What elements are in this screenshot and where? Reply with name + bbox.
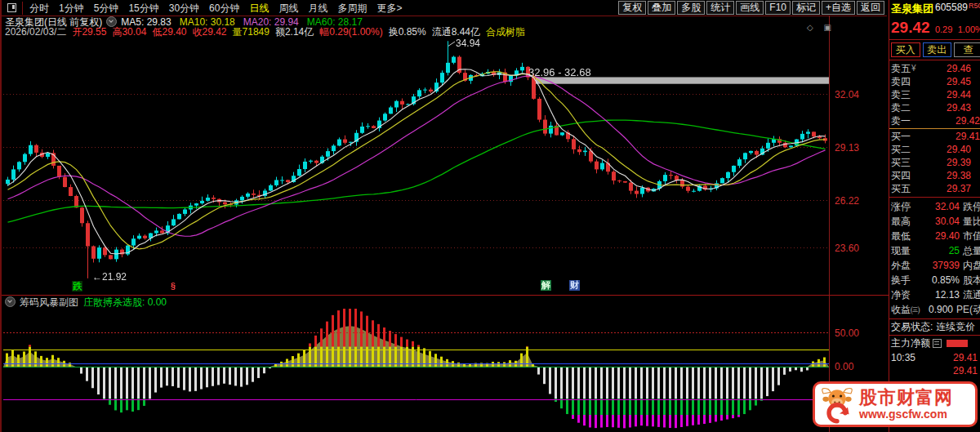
tab-多周期[interactable]: 多周期 — [332, 1, 372, 16]
stat-value: 0.900 — [920, 302, 953, 317]
trade-status-row: 交易状态: 连续竞价 — [889, 318, 980, 335]
stat-label-2: 股本 — [963, 273, 980, 287]
order-book-row[interactable]: 卖五¥29.46 — [889, 62, 980, 75]
stat-row: 现量25总量 — [889, 243, 980, 258]
order-book: 卖五¥29.46卖四29.45卖三29.44卖二29.43卖一29.42↓买一2… — [889, 60, 980, 197]
collapse-chevron-icon[interactable] — [5, 296, 16, 307]
price-change-pct: 1.00% — [958, 24, 980, 34]
toolbar-button-+自选[interactable]: +自选 — [822, 1, 855, 15]
order-book-row[interactable]: 买四29.38 — [889, 169, 980, 182]
trade-button-查[interactable]: 查 — [954, 42, 980, 57]
chart-pane-icons[interactable]: ◇ ▣ — [807, 23, 835, 32]
stat-label: 涨停 — [891, 199, 911, 214]
list-icon[interactable] — [933, 339, 942, 348]
last-price: 29.42 — [891, 19, 930, 36]
main-net-label: 主力净额 — [891, 336, 930, 351]
stat-value: 0.85% — [911, 273, 960, 287]
bar-info-field: 量71849 — [233, 26, 270, 38]
signal-marker-财: 财 — [569, 280, 580, 291]
tab-更多>[interactable]: 更多> — [372, 1, 407, 16]
pane-divider[interactable] — [2, 295, 889, 296]
margin-tag: R500 — [969, 2, 980, 10]
tab-15分钟[interactable]: 15分钟 — [123, 1, 163, 16]
resistance-zone-label: 32.96 - 32.68 — [528, 66, 591, 78]
book-level-label: 卖四 — [891, 75, 911, 88]
sub-indicator-chart[interactable] — [3, 309, 829, 431]
bar-info-field: 低29.40 — [152, 26, 186, 38]
toolbar-button-叠加[interactable]: 叠加 — [648, 1, 675, 15]
tab-日线[interactable]: 日线 — [244, 1, 274, 16]
toolbar-button-返回[interactable]: 返回 — [857, 1, 884, 15]
watermark-url: www.gscfw.com — [859, 408, 953, 421]
signal-marker-§: § — [170, 281, 176, 292]
order-book-row[interactable]: 卖四29.45 — [889, 75, 980, 88]
toolbar-button-画线[interactable]: 画线 — [736, 1, 764, 15]
stat-value: 12.13 — [911, 287, 960, 302]
stat-row: 涨停32.04跌停 — [889, 199, 980, 214]
main-candlestick-chart[interactable] — [3, 38, 829, 295]
book-level-label: 买四 — [891, 169, 911, 182]
tab-30分钟[interactable]: 30分钟 — [164, 1, 204, 16]
order-book-row[interactable]: 卖一29.42↓ — [889, 114, 980, 127]
signal-marker-解: 解 — [541, 280, 551, 291]
stat-rows: 涨停32.04跌停最高30.04量比最低29.40市值现量25总量外盘37939… — [889, 197, 980, 318]
watermark: 股市财富网 www.gscfw.com — [813, 381, 978, 427]
trade-button-卖出[interactable]: 卖出 — [923, 42, 952, 57]
period-high-label: 34.94 — [456, 38, 480, 49]
sub-indicator-name: 筹码风暴副图 — [20, 296, 78, 308]
stat-label: 最高 — [891, 214, 911, 229]
tab-1分钟[interactable]: 1分钟 — [54, 1, 89, 16]
stat-label-2: 内盘 — [963, 258, 980, 273]
stat-label-2: 流通 — [963, 287, 980, 302]
stat-value: 30.04 — [911, 214, 960, 229]
toolbar-button-复权[interactable]: 复权 — [618, 1, 646, 15]
bar-info-field: 高30.04 — [112, 26, 146, 38]
stat-label: 最低 — [891, 229, 911, 243]
stock-code: 605589 — [935, 2, 968, 13]
stat-value: 25 — [911, 243, 960, 258]
toolbar-button-多股[interactable]: 多股 — [677, 1, 705, 15]
price-tick-label: 23.60 — [835, 243, 859, 254]
stat-label: 现量 — [891, 243, 911, 258]
indicator-tick-label: 0.00 — [835, 361, 853, 372]
stock-name: 圣泉集团 — [891, 2, 933, 16]
price-tick-label: 26.22 — [835, 195, 859, 207]
stat-label: 外盘 — [891, 258, 911, 273]
price-change: 0.29 — [935, 24, 952, 34]
trade-status-value: 连续竞价 — [936, 319, 975, 335]
order-book-row[interactable]: 卖三29.44 — [889, 88, 980, 101]
quote-header: 圣泉集团 605589 R500 29.42 0.29 1.00% — [889, 0, 980, 40]
stat-label-2: 总量 — [963, 243, 980, 258]
book-price: 29.43 — [911, 101, 971, 114]
stat-value: 29.40 — [911, 229, 960, 243]
book-price: 29.44 — [911, 88, 971, 101]
main-net-row: 主力净额 — [889, 335, 980, 351]
sub-indicator-title-line: 筹码风暴副图庄散搏杀选股: 0.00 — [5, 296, 167, 308]
trade-buttons: 买入卖出查 — [889, 40, 980, 60]
tab-月线[interactable]: 月线 — [303, 1, 332, 16]
sub-indicator-signal: 庄散搏杀选股: 0.00 — [83, 296, 167, 308]
order-book-row[interactable]: 买三29.39 — [889, 156, 980, 169]
book-price: 29.39 — [911, 156, 971, 169]
tab-周线[interactable]: 周线 — [274, 1, 303, 16]
tab-分时[interactable]: 分时 — [24, 1, 54, 16]
toolbar-button-F10[interactable]: F10 — [765, 1, 791, 15]
price-tick-label: 32.04 — [835, 89, 859, 100]
stat-row: 收益㈢0.900PE(动 — [889, 302, 980, 317]
stock-trading-app: 分时1分钟5分钟15分钟30分钟60分钟日线周线月线多周期更多> 复权叠加多股统… — [0, 0, 980, 432]
toolbar-button-标记[interactable]: 标记 — [792, 1, 820, 15]
tab-5分钟[interactable]: 5分钟 — [89, 1, 124, 16]
window-icon[interactable] — [7, 3, 16, 12]
order-book-row[interactable]: 卖二29.43 — [889, 101, 980, 114]
book-level-label: 卖五 — [891, 62, 911, 75]
toolbar-button-统计[interactable]: 统计 — [706, 1, 734, 15]
trade-button-买入[interactable]: 买入 — [891, 42, 920, 57]
bar-info-field: 开29.55 — [72, 26, 106, 38]
order-book-row[interactable]: 买二29.40 — [889, 143, 980, 156]
watermark-title: 股市财富网 — [859, 388, 953, 408]
order-book-row[interactable]: 买一29.41↓ — [889, 130, 980, 143]
book-price: 29.42 — [911, 114, 980, 127]
order-book-row[interactable]: 买五29.37 — [889, 182, 980, 195]
tab-60分钟[interactable]: 60分钟 — [204, 1, 244, 16]
book-divider — [889, 128, 980, 129]
